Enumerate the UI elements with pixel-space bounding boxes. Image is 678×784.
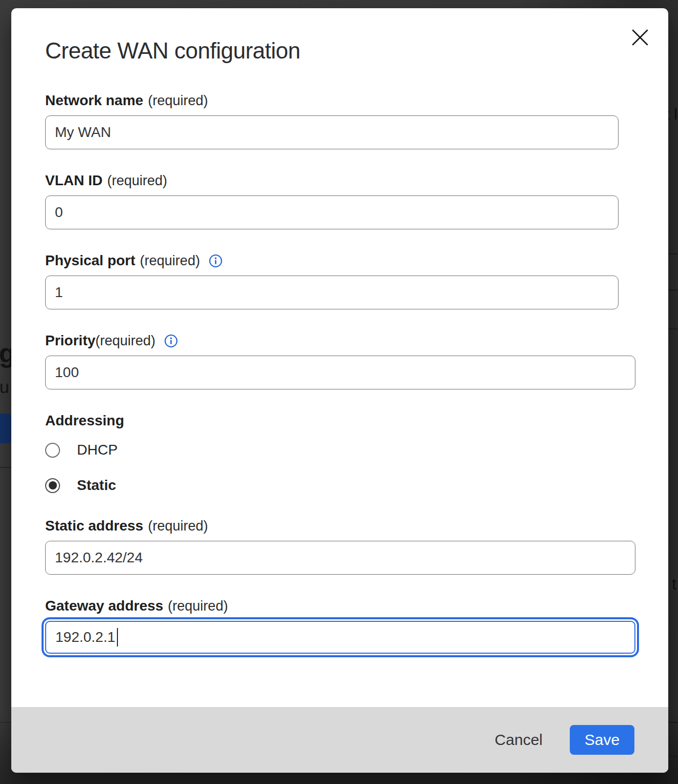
network-name-input[interactable]: [45, 115, 619, 149]
static-address-label: Static address: [45, 518, 143, 534]
backdrop-divider: [668, 722, 678, 723]
network-name-label: Network name: [45, 92, 143, 109]
required-hint: (required): [107, 173, 167, 189]
required-hint: (required): [140, 253, 200, 269]
required-hint: (required): [168, 598, 228, 614]
field-physical-port: Physical port (required): [45, 252, 668, 309]
cancel-button[interactable]: Cancel: [493, 726, 545, 754]
gateway-address-value: 192.0.2.1: [55, 629, 115, 645]
create-wan-configuration-dialog: Create WAN configuration Network name (r…: [11, 8, 668, 773]
field-vlan-id: VLAN ID (required): [45, 172, 668, 229]
vlan-id-input[interactable]: [45, 195, 619, 229]
gateway-address-label: Gateway address: [45, 598, 163, 614]
dialog-title: Create WAN configuration: [45, 38, 668, 64]
backdrop-divider: [0, 467, 11, 468]
backdrop-text-fragment: t: [672, 576, 676, 592]
priority-input[interactable]: [45, 356, 635, 389]
radio-option-static[interactable]: Static: [45, 477, 668, 494]
radio-option-dhcp[interactable]: DHCP: [45, 442, 668, 458]
backdrop-divider: [668, 756, 678, 757]
priority-label: Priority: [45, 332, 95, 349]
gateway-address-input[interactable]: 192.0.2.1: [45, 621, 635, 654]
backdrop-divider: [0, 756, 11, 757]
vlan-id-label: VLAN ID: [45, 172, 103, 189]
backdrop-divider: [668, 289, 678, 290]
field-network-name: Network name (required): [45, 92, 668, 149]
required-hint: (required): [95, 333, 155, 349]
required-hint: (required): [148, 518, 208, 534]
radio-label-dhcp: DHCP: [77, 442, 117, 458]
radio-label-static: Static: [77, 477, 116, 494]
static-address-input[interactable]: [45, 541, 635, 575]
field-gateway-address: Gateway address (required) 192.0.2.1: [45, 598, 668, 654]
backdrop-divider: [0, 722, 11, 723]
addressing-section: Addressing DHCP Static: [45, 413, 668, 494]
physical-port-label: Physical port: [45, 252, 135, 269]
text-caret: [117, 628, 118, 646]
modal-footer: Cancel Save: [11, 707, 668, 773]
radio-checked-icon[interactable]: [45, 478, 60, 493]
addressing-heading: Addressing: [45, 413, 668, 429]
required-hint: (required): [148, 93, 208, 109]
info-icon[interactable]: [164, 334, 178, 348]
save-button[interactable]: Save: [570, 725, 634, 755]
backdrop-text-fragment: u: [0, 378, 9, 396]
field-priority: Priority (required): [45, 332, 668, 389]
backdrop-divider: [668, 253, 678, 254]
backdrop-button-fragment: [0, 414, 11, 443]
radio-unchecked-icon[interactable]: [45, 443, 60, 458]
field-static-address: Static address (required): [45, 518, 668, 575]
backdrop-divider: [668, 328, 678, 329]
info-icon[interactable]: [209, 254, 223, 268]
physical-port-input[interactable]: [45, 276, 619, 309]
